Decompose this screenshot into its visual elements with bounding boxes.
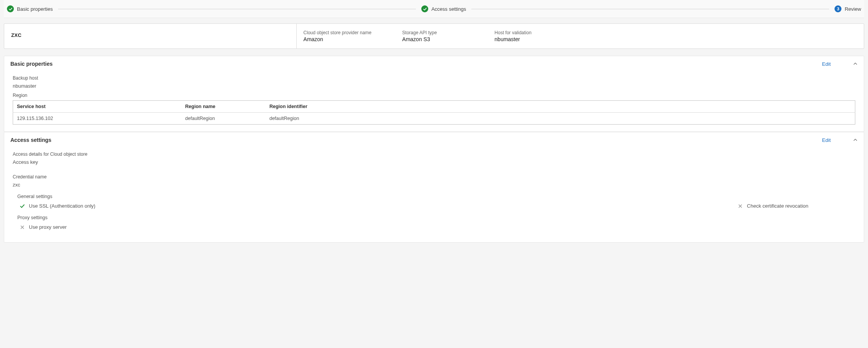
subheading-general-settings: General settings bbox=[17, 194, 855, 199]
chevron-up-icon[interactable] bbox=[853, 138, 858, 142]
summary-col-host: Host for validation nbumaster bbox=[494, 30, 556, 42]
col-region-identifier: Region identifier bbox=[265, 101, 855, 113]
setting-check-cert: Check certificate revocation bbox=[738, 203, 808, 209]
table-header-row: Service host Region name Region identifi… bbox=[13, 101, 855, 113]
step-review[interactable]: 3 Review bbox=[835, 5, 861, 12]
field-value-access-key: Access key bbox=[13, 159, 855, 165]
edit-link[interactable]: Edit bbox=[822, 137, 831, 143]
cell-region-name: defaultRegion bbox=[181, 113, 265, 125]
step-label: Basic properties bbox=[17, 6, 53, 12]
proxy-settings-row: Use proxy server bbox=[13, 224, 855, 230]
section-header[interactable]: Access settings Edit bbox=[4, 132, 864, 145]
x-icon bbox=[20, 225, 25, 230]
step-label: Review bbox=[845, 6, 861, 12]
summary-details: Cloud object store provider name Amazon … bbox=[297, 24, 864, 48]
field-label-access-details: Access details for Cloud object store bbox=[13, 152, 855, 157]
step-label: Access settings bbox=[431, 6, 466, 12]
setting-label: Use SSL (Authentication only) bbox=[29, 203, 95, 209]
summary-label: Host for validation bbox=[494, 30, 556, 35]
summary-label: Storage API type bbox=[402, 30, 464, 35]
chevron-up-icon[interactable] bbox=[853, 62, 858, 66]
general-settings-row: Use SSL (Authentication only) Check cert… bbox=[13, 203, 855, 209]
setting-label: Use proxy server bbox=[29, 224, 67, 230]
section-body: Access details for Cloud object store Ac… bbox=[4, 145, 864, 242]
check-circle-icon bbox=[421, 5, 428, 12]
cell-region-identifier: defaultRegion bbox=[265, 113, 855, 125]
col-region-name: Region name bbox=[181, 101, 265, 113]
step-access-settings[interactable]: Access settings bbox=[421, 5, 466, 12]
step-connector bbox=[58, 9, 416, 9]
section-access-settings: Access settings Edit Access details for … bbox=[4, 132, 864, 243]
table-row: 129.115.136.102 defaultRegion defaultReg… bbox=[13, 113, 855, 125]
summary-col-api-type: Storage API type Amazon S3 bbox=[402, 30, 464, 42]
field-value-credential-name: zxc bbox=[13, 182, 855, 188]
summary-value: Amazon S3 bbox=[402, 36, 464, 42]
subheading-proxy-settings: Proxy settings bbox=[17, 215, 855, 220]
section-body: Backup host nbumaster Region Service hos… bbox=[4, 69, 864, 132]
setting-use-proxy: Use proxy server bbox=[20, 224, 67, 230]
region-table: Service host Region name Region identifi… bbox=[13, 100, 855, 125]
check-circle-icon bbox=[7, 5, 14, 12]
summary-col-provider: Cloud object store provider name Amazon bbox=[304, 30, 372, 42]
step-connector bbox=[471, 9, 829, 9]
section-header[interactable]: Basic properties Edit bbox=[4, 56, 864, 69]
col-service-host: Service host bbox=[13, 101, 182, 113]
step-basic-properties[interactable]: Basic properties bbox=[7, 5, 53, 12]
x-icon bbox=[738, 203, 743, 209]
setting-label: Check certificate revocation bbox=[747, 203, 808, 209]
summary-value: nbumaster bbox=[494, 36, 556, 42]
field-label-credential-name: Credential name bbox=[13, 174, 855, 180]
summary-value: Amazon bbox=[304, 36, 372, 42]
field-value-backup-host: nbumaster bbox=[13, 83, 855, 89]
setting-use-ssl: Use SSL (Authentication only) bbox=[20, 203, 95, 209]
field-label-backup-host: Backup host bbox=[13, 75, 855, 81]
section-title: Basic properties bbox=[10, 61, 822, 67]
section-basic-properties: Basic properties Edit Backup host nbumas… bbox=[4, 56, 864, 132]
summary-name: ZXC bbox=[4, 24, 297, 48]
field-label-region: Region bbox=[13, 93, 855, 98]
summary-label: Cloud object store provider name bbox=[304, 30, 372, 35]
check-icon bbox=[20, 203, 25, 209]
section-title: Access settings bbox=[10, 137, 822, 143]
cell-service-host: 129.115.136.102 bbox=[13, 113, 182, 125]
edit-link[interactable]: Edit bbox=[822, 61, 831, 67]
summary-card: ZXC Cloud object store provider name Ama… bbox=[4, 23, 864, 49]
wizard-stepper: Basic properties Access settings 3 Revie… bbox=[4, 0, 864, 18]
step-number-icon: 3 bbox=[835, 5, 841, 12]
